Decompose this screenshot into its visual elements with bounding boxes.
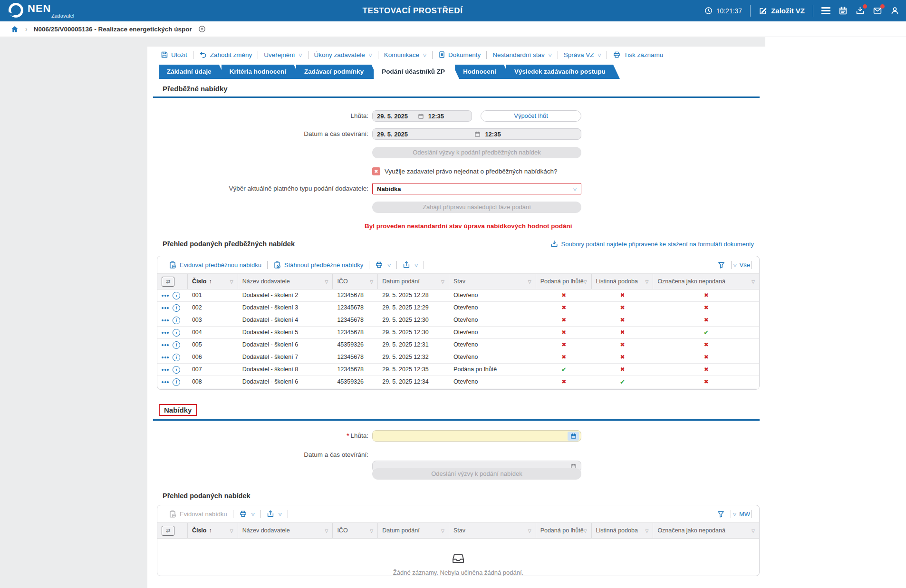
column-filter-icon[interactable]	[325, 278, 328, 285]
export-table-button[interactable]	[262, 510, 287, 518]
close-tab-icon[interactable]	[198, 25, 206, 33]
opening-datetime-field[interactable]: 29. 5. 2025 12:35	[372, 128, 581, 140]
table-row[interactable]: 004 Dodavatel - školení 5 12345678 29. 5…	[157, 327, 759, 339]
column-filter-icon[interactable]	[441, 527, 444, 534]
menu-button[interactable]	[821, 7, 830, 14]
row-info-icon[interactable]	[173, 292, 180, 299]
column-filter-icon[interactable]	[752, 278, 755, 285]
row-info-icon[interactable]	[173, 341, 180, 349]
column-nepodana[interactable]: Označena jako nepodaná	[653, 274, 759, 289]
column-listinna[interactable]: Listinná podoba	[592, 523, 654, 538]
row-info-icon[interactable]	[173, 317, 180, 324]
download-prelim-offers-button[interactable]: Stáhnout předběžné nabídky	[269, 261, 368, 269]
column-nepodana[interactable]: Označena jako nepodaná	[653, 523, 759, 538]
downloads-button[interactable]	[856, 6, 865, 15]
export-table-button[interactable]	[398, 261, 423, 269]
column-ico[interactable]: IČO	[333, 523, 378, 538]
row-actions-icon[interactable]	[162, 369, 169, 371]
column-stav[interactable]: Stav	[449, 523, 536, 538]
profile-button[interactable]	[890, 6, 899, 15]
row-info-icon[interactable]	[173, 378, 180, 386]
tab-vysledek[interactable]: Výsledek zadávacího postupu	[506, 65, 620, 79]
row-actions-icon[interactable]	[162, 381, 169, 383]
contracting-acts-menu[interactable]: Úkony zadavatele	[308, 51, 378, 58]
messages-button[interactable]	[873, 6, 882, 15]
column-filter-icon[interactable]	[584, 527, 587, 534]
column-filter-icon[interactable]	[325, 527, 328, 534]
row-actions-icon[interactable]	[162, 295, 169, 297]
column-filter-icon[interactable]	[370, 527, 373, 534]
row-actions-icon[interactable]	[162, 332, 169, 334]
filter-preset-mw[interactable]: MW	[732, 511, 750, 518]
breadcrumb-item[interactable]: N006/25/V00005136 - Realizace energetick…	[34, 26, 192, 33]
publication-menu[interactable]: Uveřejnění	[258, 51, 308, 58]
tab-podani-ucastniku[interactable]: Podání účastníků ZP	[374, 65, 459, 79]
table-row[interactable]: 006 Dodavatel - školení 7 12345678 29. 5…	[157, 351, 759, 364]
print-table-button[interactable]	[234, 510, 260, 518]
column-filter-icon[interactable]	[370, 278, 373, 285]
row-actions-icon[interactable]	[162, 357, 169, 358]
column-cislo[interactable]: Číslo	[188, 274, 238, 289]
offers-deadline-field[interactable]	[372, 430, 581, 442]
calendar-button[interactable]	[839, 6, 848, 15]
calendar-icon[interactable]	[474, 131, 481, 137]
row-info-icon[interactable]	[173, 354, 180, 361]
create-vz-button[interactable]: Založit VZ	[759, 7, 805, 15]
deadline-datetime-field[interactable]: 29. 5. 2025 12:35	[372, 110, 472, 122]
tab-hodnoceni[interactable]: Hodnocení	[455, 65, 511, 79]
send-call-prelim-button[interactable]: Odeslání výzvy k podání předběžných nabí…	[372, 147, 581, 158]
row-actions-icon[interactable]	[162, 319, 169, 321]
filter-preset-vse[interactable]: Vše	[733, 261, 750, 269]
print-table-button[interactable]	[370, 261, 395, 269]
calendar-icon[interactable]	[418, 113, 424, 119]
documents-button[interactable]: Dokumenty	[433, 51, 486, 58]
opening-time-value[interactable]: 12:35	[485, 131, 501, 138]
column-cislo[interactable]: Číslo	[188, 523, 238, 538]
table-row[interactable]: 008 Dodavatel - školení 6 45359326 29. 5…	[157, 376, 759, 388]
column-filter-icon[interactable]	[528, 527, 531, 534]
files-download-link[interactable]: Soubory podání najdete připravené ke sta…	[550, 240, 754, 248]
nonstandard-state-menu[interactable]: Nestandardní stav	[487, 51, 557, 58]
tab-kriteria-hodnoceni[interactable]: Kritéria hodnocení	[222, 65, 300, 79]
row-info-icon[interactable]	[173, 304, 180, 312]
column-filter-icon[interactable]	[441, 278, 444, 285]
column-listinna[interactable]: Listinná podoba	[592, 274, 654, 289]
column-filter-icon[interactable]	[752, 527, 755, 534]
calendar-picker-button[interactable]	[568, 432, 579, 441]
print-record-button[interactable]: Tisk záznamu	[607, 51, 669, 58]
table-row[interactable]: 002 Dodavatel - školení 3 12345678 29. 5…	[157, 302, 759, 314]
tab-zakladni-udaje[interactable]: Základní údaje	[159, 65, 226, 79]
tab-zadavaci-podminky[interactable]: Zadávací podmínky	[296, 65, 378, 79]
column-filter-icon[interactable]	[230, 278, 233, 285]
deadline-date-value[interactable]: 29. 5. 2025	[377, 113, 408, 120]
opening-date-value[interactable]: 29. 5. 2025	[377, 131, 408, 138]
save-button[interactable]: Uložit	[155, 51, 193, 58]
row-actions-icon[interactable]	[162, 344, 169, 346]
column-settings-icon[interactable]	[162, 526, 174, 536]
table-row[interactable]: 001 Dodavatel - školení 2 12345678 29. 5…	[157, 289, 759, 302]
send-call-offers-button[interactable]: Odeslání výzvy k podání nabídek	[372, 468, 581, 480]
filter-button[interactable]	[713, 261, 730, 269]
column-settings-icon[interactable]	[162, 277, 174, 287]
register-offer-button[interactable]: Evidovat nabídku	[164, 510, 232, 518]
column-filter-icon[interactable]	[645, 278, 648, 285]
column-filter-icon[interactable]	[584, 278, 587, 285]
vz-administration-menu[interactable]: Správa VZ	[558, 51, 607, 58]
column-filter-icon[interactable]	[528, 278, 531, 285]
table-row[interactable]: 005 Dodavatel - školení 6 45359326 29. 5…	[157, 339, 759, 351]
column-datum[interactable]: Datum podání	[378, 274, 449, 289]
filter-button[interactable]	[712, 510, 730, 518]
next-phase-button[interactable]: Zahájit přípravu následující fáze podání	[372, 202, 581, 213]
calc-deadlines-button[interactable]: Výpočet lhůt	[481, 110, 581, 122]
column-ico[interactable]: IČO	[333, 274, 378, 289]
column-stav[interactable]: Stav	[449, 274, 536, 289]
column-nazev[interactable]: Název dodavatele	[238, 274, 333, 289]
deadline-time-value[interactable]: 12:35	[428, 113, 444, 120]
row-info-icon[interactable]	[173, 329, 180, 337]
home-icon[interactable]	[10, 25, 19, 33]
row-info-icon[interactable]	[173, 366, 180, 374]
column-po-lhute[interactable]: Podaná po lhůtě	[536, 523, 592, 538]
checkbox-no-icon[interactable]	[372, 167, 380, 175]
discard-changes-button[interactable]: Zahodit změny	[193, 51, 258, 58]
submission-type-select[interactable]: Nabídka	[372, 183, 581, 194]
